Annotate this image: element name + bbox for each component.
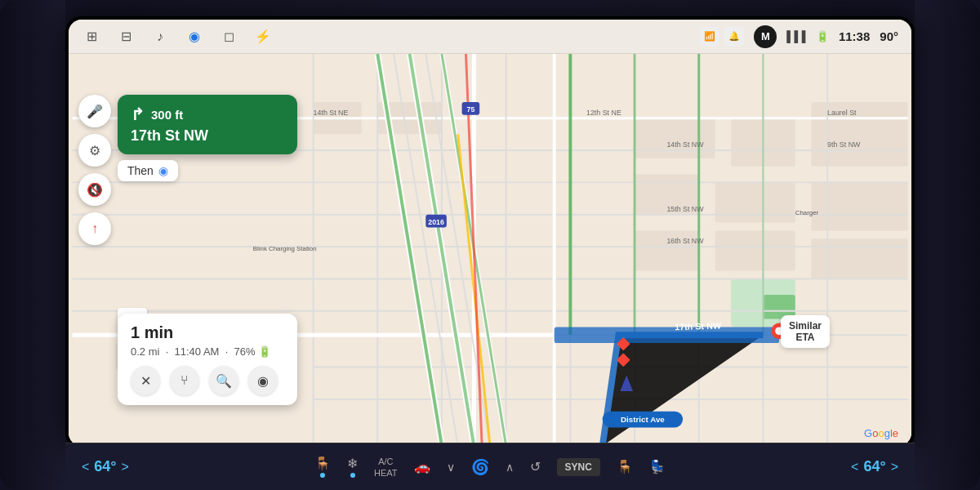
alternate-routes-button[interactable]: ⑂ <box>170 366 199 395</box>
main-screen: ⊞ ⊟ ♪ ◉ ◻ ⚡ 📶 🔔 M ▌▌▌ <box>69 20 911 446</box>
nav-street: 17th St NW <box>131 127 284 145</box>
svg-rect-8 <box>811 102 907 167</box>
phone-icon[interactable]: ◻ <box>219 27 238 47</box>
time-display: 11:38 <box>839 29 870 43</box>
left-sidebar: 🎤 ⚙ 🔇 ↑ <box>78 95 111 245</box>
signal-icon: 📶 <box>700 27 719 47</box>
nav-then-card: Then ◉ <box>118 160 178 181</box>
svg-text:17th St NW: 17th St NW <box>675 320 722 332</box>
then-label: Then <box>127 164 154 177</box>
status-icons: ▌▌▌ 🔋 <box>786 30 829 42</box>
defrost-control[interactable]: ❄ <box>347 456 358 478</box>
screen-bezel: ⊞ ⊟ ♪ ◉ ◻ ⚡ 📶 🔔 M ▌▌▌ <box>65 16 915 449</box>
outside-temp: 90° <box>880 29 898 43</box>
fan-down-button[interactable]: ∨ <box>447 461 455 474</box>
svg-text:15th St NW: 15th St NW <box>666 205 704 213</box>
left-climate-zone: < 64° > <box>82 458 129 475</box>
right-temp-increase-button[interactable]: > <box>891 460 898 474</box>
svg-rect-6 <box>635 118 715 158</box>
fan-control[interactable]: 🌀 <box>471 458 489 476</box>
svg-rect-41 <box>555 327 779 343</box>
svg-rect-10 <box>715 182 795 222</box>
location-north-button[interactable]: ↑ <box>78 212 111 245</box>
notifications-icon: 🔔 <box>724 27 744 47</box>
mute-button[interactable]: 🔇 <box>78 173 111 206</box>
battery-icon: 🔋 <box>816 30 829 42</box>
status-right: 📶 🔔 M ▌▌▌ 🔋 11:38 90° <box>700 25 898 48</box>
ac-label: A/C <box>378 457 393 466</box>
navigation-card: ↱ 300 ft 17th St NW <box>118 95 297 154</box>
then-location-icon: ◉ <box>158 164 168 177</box>
map-area[interactable]: 75 2016 17th St NW 12th St NE 14th St NW… <box>69 54 911 446</box>
climate-bar: < 64° > 🪑 ❄ A/C HEAT 🚗 ∨ <box>65 443 915 490</box>
signal-bars-icon: ▌▌▌ <box>786 30 809 42</box>
heat-label: HEAT <box>374 468 398 478</box>
svg-text:16th St NW: 16th St NW <box>666 237 704 245</box>
fan-up-button[interactable]: ∧ <box>506 461 514 474</box>
svg-text:14th St NW: 14th St NW <box>666 140 704 149</box>
google-logo: Google <box>864 427 898 439</box>
right-temp-display: 64° <box>863 458 885 475</box>
svg-text:9th St NW: 9th St NW <box>827 140 861 149</box>
seat-cool-control[interactable]: 💺 <box>649 459 666 474</box>
svg-rect-11 <box>811 182 907 230</box>
add-stop-button[interactable]: ◉ <box>248 366 278 395</box>
left-temp-display: 64° <box>94 458 116 475</box>
nav-icons: ⊞ ⊟ ♪ ◉ ◻ ⚡ <box>82 27 273 47</box>
close-route-button[interactable]: ✕ <box>131 366 160 395</box>
svg-text:Charger: Charger <box>795 209 819 216</box>
svg-text:District Ave: District Ave <box>621 415 665 424</box>
ac-heat-control[interactable]: A/C HEAT <box>374 457 398 478</box>
seat-heat-left-control[interactable]: 🪑 <box>314 456 331 478</box>
car-icon-control[interactable]: 🚗 <box>414 459 430 474</box>
left-temp-increase-button[interactable]: > <box>122 460 129 474</box>
left-temp-decrease-button[interactable]: < <box>82 460 89 474</box>
metro-badge[interactable]: M <box>754 25 777 48</box>
search-along-route-button[interactable]: 🔍 <box>209 366 238 395</box>
svg-text:12th St NE: 12th St NE <box>586 109 621 117</box>
right-climate-zone: < 64° > <box>851 458 898 475</box>
maps-icon[interactable]: ◉ <box>185 27 204 47</box>
nav-distance: ↱ 300 ft <box>131 105 284 124</box>
eta-actions: ✕ ⑂ 🔍 ◉ <box>131 366 284 395</box>
svg-text:2016: 2016 <box>428 218 444 226</box>
microphone-button[interactable]: 🎤 <box>78 95 111 127</box>
eta-duration: 1 min <box>131 323 284 342</box>
car-infotainment-frame: ⊞ ⊟ ♪ ◉ ◻ ⚡ 📶 🔔 M ▌▌▌ <box>0 0 980 490</box>
eta-details: 0.2 mi · 11:40 AM · 76% 🔋 <box>131 345 284 358</box>
svg-text:Blink Charging Station: Blink Charging Station <box>253 245 317 252</box>
svg-text:75: 75 <box>466 105 474 114</box>
home-icon[interactable]: ⊞ <box>82 27 101 47</box>
svg-rect-13 <box>715 230 795 270</box>
bolt-icon[interactable]: ⚡ <box>253 27 273 47</box>
recirculate-control[interactable]: ↺ <box>530 459 541 474</box>
svg-text:14th St NE: 14th St NE <box>314 109 349 117</box>
music-icon[interactable]: ♪ <box>150 27 170 47</box>
eta-card: 1 min 0.2 mi · 11:40 AM · 76% 🔋 ✕ ⑂ 🔍 ◉ <box>118 314 297 405</box>
climate-center-controls: 🪑 ❄ A/C HEAT 🚗 ∨ 🌀 ∧ <box>314 456 666 478</box>
sync-button[interactable]: SYNC <box>557 458 600 476</box>
right-temp-decrease-button[interactable]: < <box>851 460 858 474</box>
svg-rect-14 <box>811 238 907 278</box>
turn-right-icon: ↱ <box>131 105 145 124</box>
similar-eta-badge: Similar ETA <box>781 315 830 348</box>
status-bar: ⊞ ⊟ ♪ ◉ ◻ ⚡ 📶 🔔 M ▌▌▌ <box>69 20 911 54</box>
svg-text:Laurel St: Laurel St <box>827 109 857 117</box>
grid-icon[interactable]: ⊟ <box>116 27 136 47</box>
settings-button[interactable]: ⚙ <box>78 134 111 167</box>
seat-heat-right-control[interactable]: 🪑 <box>617 459 633 474</box>
